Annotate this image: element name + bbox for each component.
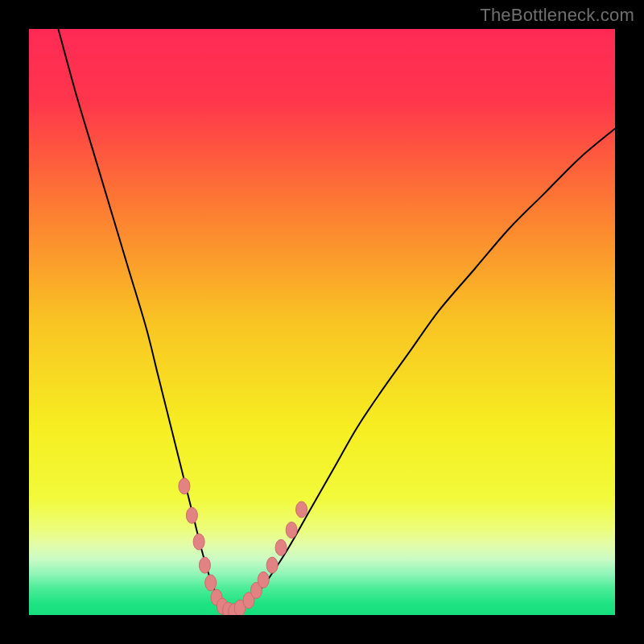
curve-marker bbox=[205, 575, 217, 591]
gradient-background bbox=[29, 29, 615, 615]
curve-marker bbox=[286, 522, 297, 538]
curve-marker bbox=[199, 557, 210, 573]
chart-stage: TheBottleneck.com bbox=[0, 0, 644, 644]
curve-marker bbox=[179, 478, 190, 494]
curve-marker bbox=[296, 502, 308, 518]
curve-marker bbox=[258, 572, 269, 588]
watermark-label: TheBottleneck.com bbox=[480, 5, 634, 26]
curve-marker bbox=[193, 534, 204, 550]
curve-marker bbox=[186, 507, 197, 523]
chart-svg bbox=[29, 29, 615, 615]
plot-area bbox=[29, 29, 615, 615]
curve-marker bbox=[275, 539, 287, 555]
curve-marker bbox=[266, 557, 278, 573]
